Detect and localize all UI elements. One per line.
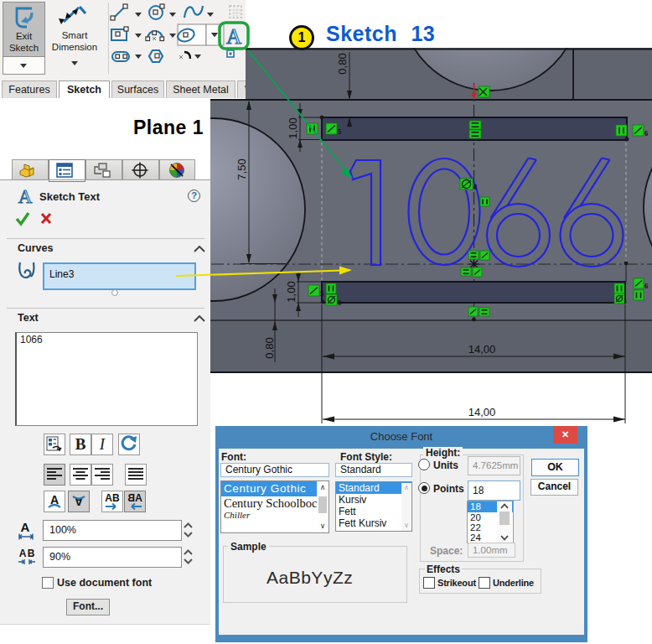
svg-text:6: 6 bbox=[644, 129, 648, 138]
svg-text:0,80: 0,80 bbox=[336, 53, 349, 74]
svg-text:A: A bbox=[18, 187, 33, 205]
svg-text:14,00: 14,00 bbox=[468, 343, 496, 356]
svg-text:AB: AB bbox=[105, 492, 120, 504]
svg-text:A: A bbox=[75, 495, 83, 508]
svg-text:1,00: 1,00 bbox=[287, 117, 299, 138]
svg-text:14,00: 14,00 bbox=[468, 406, 496, 418]
svg-text:A: A bbox=[19, 548, 27, 559]
svg-text:5: 5 bbox=[320, 289, 323, 298]
svg-text:1,00: 1,00 bbox=[285, 281, 298, 302]
svg-text:AB: AB bbox=[127, 492, 142, 504]
svg-text:7,50: 7,50 bbox=[235, 158, 248, 179]
svg-text:A: A bbox=[226, 25, 241, 48]
svg-text:B: B bbox=[28, 548, 35, 559]
svg-text:5: 5 bbox=[338, 127, 341, 136]
svg-text:6: 6 bbox=[644, 282, 648, 290]
svg-text:A: A bbox=[21, 521, 30, 534]
svg-text:0: 0 bbox=[338, 299, 341, 307]
svg-text:0,80: 0,80 bbox=[263, 337, 276, 358]
svg-text:8: 8 bbox=[473, 183, 477, 191]
